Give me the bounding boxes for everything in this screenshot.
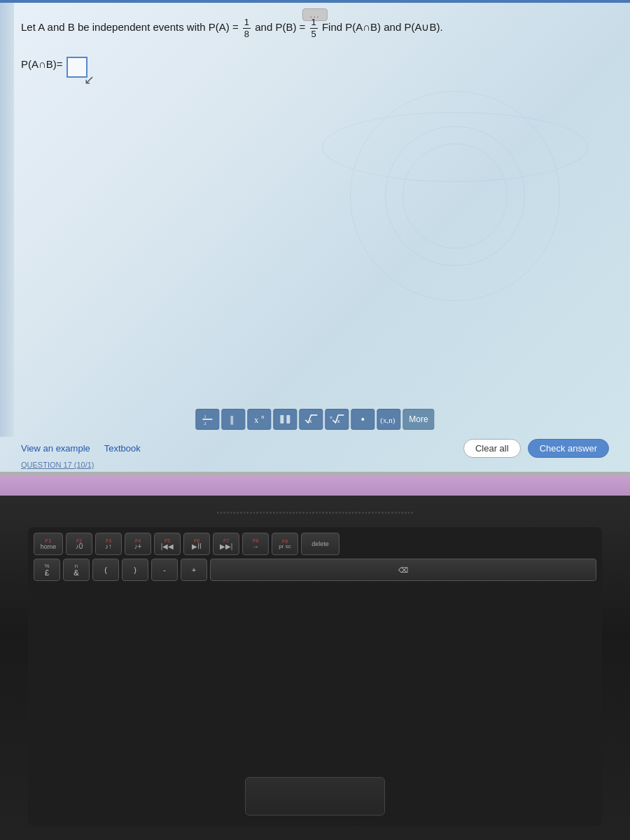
speaker-dot	[411, 512, 413, 514]
answer-section: P(A∩B)= ↙	[21, 57, 609, 78]
speaker-dot	[227, 512, 229, 514]
fraction-button[interactable]: 1 2	[195, 409, 219, 430]
speaker-dot	[240, 512, 242, 514]
speaker-dot	[230, 512, 232, 514]
function-key-row: F1 home F2 ♪0 F3 ♪↑ F4 ♪+ F5 |◀◀ F6 ▶II	[34, 533, 596, 555]
speaker-dot	[401, 512, 403, 514]
svg-rect-6	[280, 415, 284, 424]
check-answer-button[interactable]: Check answer	[528, 439, 609, 458]
svg-rect-7	[286, 415, 290, 424]
laptop-screen: ... Let A and B be independent events wi…	[0, 0, 630, 476]
f4-key[interactable]: F4 ♪+	[125, 533, 151, 555]
matrix-button[interactable]	[273, 409, 297, 430]
speaker-dot	[372, 512, 374, 514]
speaker-dot	[405, 512, 407, 514]
key-open-paren[interactable]: (	[92, 559, 119, 581]
answer-input[interactable]: ↙	[66, 57, 88, 78]
speaker-dot	[283, 512, 285, 514]
view-example-link[interactable]: View an example	[21, 443, 90, 454]
clear-all-button[interactable]: Clear all	[463, 439, 521, 458]
speaker-dot	[289, 512, 291, 514]
speaker-dot	[293, 512, 295, 514]
f7-key[interactable]: F7 ▶▶|	[213, 533, 239, 555]
speaker-dot	[244, 512, 246, 514]
fn-key[interactable]: F1 home	[34, 533, 63, 555]
speaker-dot	[299, 512, 301, 514]
dot-button[interactable]	[351, 409, 374, 430]
speaker-dot	[253, 512, 255, 514]
key-plus[interactable]: +	[181, 559, 207, 581]
absolute-value-button[interactable]: ∥	[221, 409, 245, 430]
delete-key-fn[interactable]: delete	[301, 533, 340, 555]
pb-denominator: 5	[310, 29, 318, 40]
svg-point-11	[361, 418, 364, 421]
speaker-dot	[250, 512, 252, 514]
speaker-dot	[260, 512, 262, 514]
speaker-dot	[358, 512, 360, 514]
speaker-dot	[378, 512, 380, 514]
purple-bar	[0, 476, 630, 496]
f2-key[interactable]: F2 ♪0	[66, 533, 92, 555]
svg-text:x: x	[254, 415, 258, 425]
coordinate-button[interactable]: (x,n)	[377, 409, 400, 430]
speaker-dot	[382, 512, 384, 514]
key-minus[interactable]: -	[151, 559, 178, 581]
math-toolbar: 1 2 ∥ x n x	[195, 409, 434, 430]
nth-root-button[interactable]: n x	[325, 409, 349, 430]
speaker-grille: // Will be rendered by the template scri…	[217, 506, 413, 519]
sqrt-button[interactable]: x	[299, 409, 323, 430]
question-suffix: Find P(A∩B) and P(A∪B).	[322, 21, 443, 33]
f5-key[interactable]: F5 |◀◀	[154, 533, 181, 555]
keyboard-area: F1 home F2 ♪0 F3 ♪↑ F4 ♪+ F5 |◀◀ F6 ▶II	[28, 527, 602, 826]
svg-text:x: x	[309, 417, 312, 424]
number-key-row: % £ n & ( ) - +	[34, 559, 596, 581]
cursor: ↙	[84, 72, 94, 88]
speaker-dot	[266, 512, 268, 514]
key-n-ampersand[interactable]: n &	[63, 559, 90, 581]
exponent-button[interactable]: x n	[247, 409, 271, 430]
speaker-dot	[279, 512, 281, 514]
key-close-paren[interactable]: )	[122, 559, 148, 581]
speaker-dot	[326, 512, 328, 514]
speaker-dot	[385, 512, 387, 514]
f8-key[interactable]: F8 →	[242, 533, 269, 555]
pb-numerator: 1	[310, 17, 318, 29]
speaker-dot	[273, 512, 275, 514]
speaker-dot	[355, 512, 357, 514]
speaker-dot	[220, 512, 223, 514]
speaker-dot	[352, 512, 354, 514]
speaker-dot	[246, 512, 248, 514]
speaker-dot	[316, 512, 318, 514]
textbook-link[interactable]: Textbook	[104, 443, 141, 454]
action-buttons: Clear all Check answer	[463, 439, 609, 458]
delete-key[interactable]: ⌫	[210, 559, 596, 581]
pa-fraction: 1 8	[243, 17, 251, 39]
speaker-dot	[309, 512, 312, 514]
svg-text:n: n	[261, 414, 264, 420]
answer-label: P(A∩B)=	[21, 57, 63, 70]
speaker-dot	[302, 512, 304, 514]
speaker-dot	[217, 512, 219, 514]
laptop-body: // Will be rendered by the template scri…	[0, 496, 630, 840]
speaker-dot	[335, 512, 337, 514]
speaker-dot	[322, 512, 324, 514]
speaker-dot	[263, 512, 265, 514]
speaker-dot	[276, 512, 279, 514]
speaker-dot	[368, 512, 370, 514]
speaker-dot	[342, 512, 344, 514]
svg-text:2: 2	[204, 421, 206, 426]
f9-key[interactable]: F9 pr sc	[272, 533, 298, 555]
svg-text:1: 1	[204, 414, 206, 419]
question-text: Let A and B be independent events with P…	[21, 17, 609, 39]
trackpad[interactable]	[245, 777, 385, 816]
f6-key[interactable]: F6 ▶II	[183, 533, 210, 555]
speaker-dot	[395, 512, 397, 514]
key-percent-pound[interactable]: % £	[34, 559, 60, 581]
f3-key[interactable]: F3 ♪↑	[95, 533, 122, 555]
speaker-dot	[375, 512, 377, 514]
question-counter[interactable]: QUESTION 17 (10/1)	[21, 461, 94, 469]
speaker-dot	[349, 512, 351, 514]
speaker-dot	[388, 512, 390, 514]
speaker-dot	[319, 512, 321, 514]
more-button[interactable]: More	[402, 409, 434, 430]
